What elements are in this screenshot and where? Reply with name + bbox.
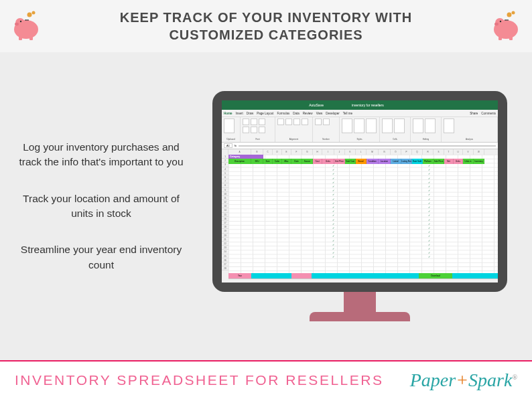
formula-input[interactable]: [239, 145, 496, 147]
svg-rect-13: [509, 36, 513, 40]
title-line2: CUSTOMIZED CATEGORIES: [120, 26, 412, 44]
cells-area[interactable]: Category Description SKU Size Color Misc…: [228, 155, 498, 283]
comments-button[interactable]: Comments: [481, 112, 496, 115]
piggy-bank-icon-left: [9, 9, 43, 43]
cell-reference[interactable]: A1: [224, 143, 232, 148]
analyze-icon[interactable]: [444, 118, 454, 133]
excel-menubar: Home Insert Draw Page Layout Formulas Da…: [222, 110, 498, 117]
menu-home[interactable]: Home: [224, 112, 232, 115]
svg-rect-4: [19, 36, 22, 40]
excel-filename: inventory for resellers: [352, 103, 384, 107]
excel-titlebar: AutoSave inventory for resellers: [222, 100, 498, 110]
brand-spark: Spark: [468, 370, 512, 390]
menu-tellme[interactable]: Tell me: [343, 112, 352, 115]
page-title: KEEP TRACK OF YOUR INVENTORY WITH CUSTOM…: [120, 9, 412, 44]
main-section: Log your inventory purchases and track t…: [0, 52, 532, 360]
svg-point-15: [512, 11, 515, 15]
checkmark-column: ✓✓✓✓✓✓✓✓✓✓✓✓✓✓✓✓✓✓✓✓✓✓✓: [330, 164, 336, 260]
brand-logo: Paper+Spark®: [410, 370, 517, 391]
monitor-illustration: AutoSave inventory for resellers Home In…: [201, 52, 519, 360]
svg-point-7: [32, 11, 36, 15]
monitor-bezel: AutoSave inventory for resellers Home In…: [212, 91, 507, 292]
svg-rect-5: [29, 36, 33, 40]
monitor-stand-base: [310, 312, 410, 321]
paste-icon[interactable]: [224, 118, 235, 133]
status-bar: [228, 278, 498, 283]
column-headers: ABCDEFGHIJKLMNOPQRSTUVW: [222, 149, 498, 155]
menu-review[interactable]: Review: [303, 112, 313, 115]
svg-point-14: [507, 13, 512, 17]
brand-paper: Paper: [410, 370, 456, 390]
svg-point-2: [20, 21, 21, 22]
svg-point-11: [494, 23, 498, 25]
bottom-header-row: Year Download: [228, 273, 498, 278]
copy-paragraph-1: Log your inventory purchases and track t…: [13, 140, 189, 170]
excel-screenshot: AutoSave inventory for resellers Home In…: [222, 100, 498, 283]
menu-developer[interactable]: Developer: [326, 112, 340, 115]
footer: INVENTORY SPREADSHEET FOR RESELLERS Pape…: [0, 360, 532, 399]
registered-icon: ®: [512, 374, 517, 381]
menu-formulas[interactable]: Formulas: [277, 112, 290, 115]
autosave-label: AutoSave: [309, 103, 324, 107]
title-line1: KEEP TRACK OF YOUR INVENTORY WITH: [120, 9, 412, 26]
piggy-bank-icon-right: [489, 9, 523, 43]
monitor-stand-neck: [344, 291, 376, 313]
svg-point-6: [27, 13, 32, 17]
copy-paragraph-3: Streamline your year end inventory count: [13, 242, 189, 272]
marketing-copy: Log your inventory purchases and track t…: [13, 140, 201, 273]
svg-point-10: [500, 21, 501, 22]
menu-view[interactable]: View: [316, 112, 323, 115]
menu-insert[interactable]: Insert: [236, 112, 243, 115]
svg-rect-12: [498, 36, 502, 40]
footer-title: INVENTORY SPREADSHEET FOR RESELLERS: [15, 372, 383, 388]
svg-point-3: [15, 23, 19, 25]
excel-ribbon: Clipboard Font Alignment Number Styles C…: [222, 117, 498, 143]
copy-paragraph-2: Track your location and amount of units …: [13, 191, 189, 222]
header-banner: KEEP TRACK OF YOUR INVENTORY WITH CUSTOM…: [0, 0, 532, 52]
column-header-row: Description SKU Size Color Misc Date Sou…: [228, 159, 498, 164]
fx-label: fx: [235, 144, 237, 147]
brand-plus: +: [456, 370, 468, 390]
row-numbers: 1234567891011121314151617181920212223242…: [222, 155, 228, 283]
menu-draw[interactable]: Draw: [247, 112, 254, 115]
menu-pagelayout[interactable]: Page Layout: [257, 112, 273, 115]
formula-bar: A1 fx: [222, 143, 498, 149]
font-icon[interactable]: [243, 118, 249, 125]
conditional-format-icon[interactable]: [342, 118, 352, 133]
menu-data[interactable]: Data: [293, 112, 300, 115]
share-button[interactable]: Share: [470, 112, 478, 115]
spreadsheet-grid[interactable]: ABCDEFGHIJKLMNOPQRSTUVW 1234567891011121…: [222, 149, 498, 283]
checkmark-column-2: ✓✓✓✓✓✓✓✓✓✓✓✓✓✓✓✓✓✓✓✓✓✓✓: [426, 164, 431, 260]
